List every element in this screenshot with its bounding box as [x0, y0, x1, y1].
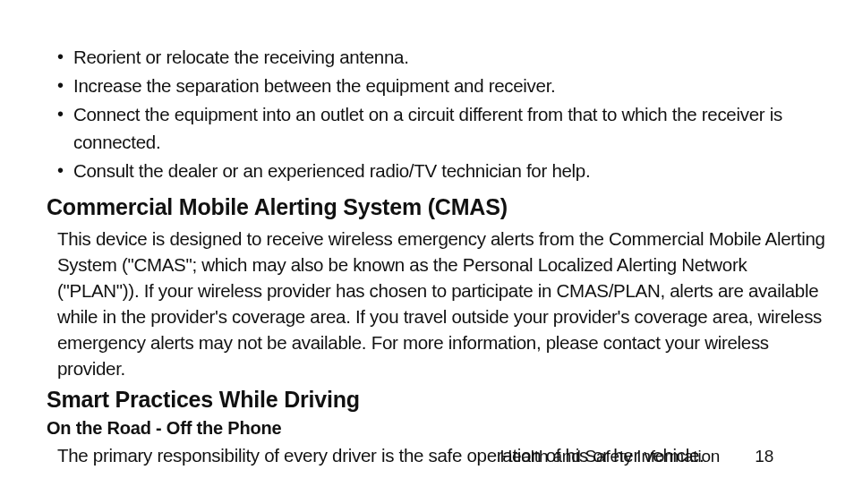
footer-section-title: Health and Safety Information [500, 447, 721, 466]
footer-page-number: 18 [755, 447, 773, 466]
bullet-list: Reorient or relocate the receiving anten… [47, 43, 836, 185]
heading-cmas: Commercial Mobile Alerting System (CMAS) [47, 194, 836, 220]
list-item: Consult the dealer or an experienced rad… [73, 157, 836, 185]
page-footer: Health and Safety Information 18 [500, 447, 773, 466]
heading-driving: Smart Practices While Driving [47, 387, 836, 413]
document-page: Reorient or relocate the receiving anten… [0, 0, 854, 504]
list-item: Connect the equipment into an outlet on … [73, 100, 836, 158]
paragraph-cmas: This device is designed to receive wirel… [47, 226, 836, 382]
subheading-on-the-road: On the Road - Off the Phone [47, 418, 836, 439]
list-item: Increase the separation between the equi… [73, 72, 836, 100]
list-item: Reorient or relocate the receiving anten… [73, 43, 836, 72]
